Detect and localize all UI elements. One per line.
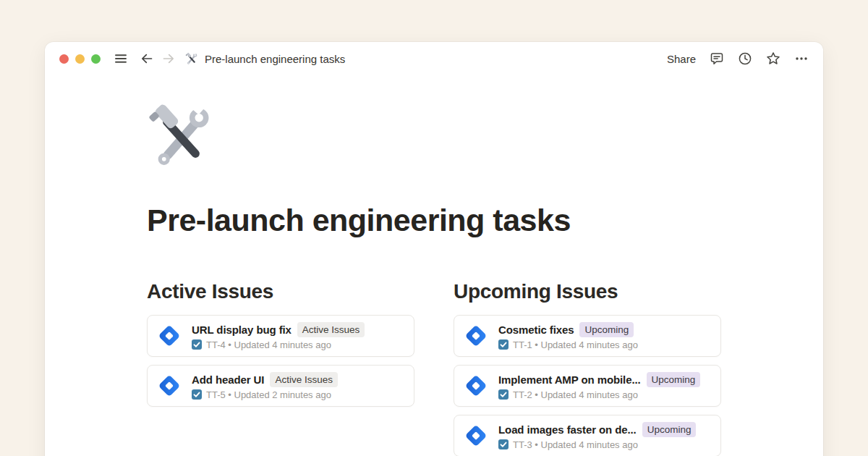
issue-card-body: Cosmetic fixes Upcoming TT-1 • Updated 4… <box>498 322 638 350</box>
status-badge: Active Issues <box>270 372 338 387</box>
star-icon <box>766 51 780 66</box>
status-badge: Upcoming <box>647 372 701 387</box>
issue-card-body: Implement AMP on mobile... Upcoming TT-2… <box>498 372 700 400</box>
comments-button[interactable] <box>710 51 724 66</box>
ellipsis-icon <box>794 51 809 66</box>
close-window-button[interactable] <box>59 54 69 64</box>
page-content: Pre-launch engineering tasks Active Issu… <box>45 101 823 456</box>
breadcrumb-page-icon <box>185 52 198 65</box>
status-badge: Upcoming <box>642 422 697 437</box>
issue-meta-row: TT-2 • Updated 4 minutes ago <box>498 389 700 400</box>
column-heading[interactable]: Active Issues <box>147 279 414 304</box>
zoom-window-button[interactable] <box>91 54 101 64</box>
issue-card-body: URL display bug fix Active Issues TT-4 •… <box>192 322 365 350</box>
issue-meta: TT-4 • Updated 4 minutes ago <box>206 339 331 350</box>
column-upcoming-issues: Upcoming Issues Cosmetic fixes Upcoming … <box>454 279 721 456</box>
back-button[interactable] <box>140 51 154 66</box>
checkbox-icon <box>498 439 509 449</box>
issue-title-row: Cosmetic fixes Upcoming <box>498 322 638 337</box>
share-button[interactable]: Share <box>667 53 696 65</box>
issue-title: Implement AMP on mobile... <box>498 373 641 386</box>
issue-card-body: Add header UI Active Issues TT-5 • Updat… <box>192 372 338 400</box>
issue-title: Cosmetic fixes <box>498 324 574 336</box>
issue-title-row: Add header UI Active Issues <box>192 372 338 387</box>
issue-meta: TT-1 • Updated 4 minutes ago <box>513 339 638 350</box>
issue-meta: TT-3 • Updated 4 minutes ago <box>513 439 638 450</box>
jira-icon <box>463 373 489 399</box>
status-badge: Upcoming <box>579 322 634 337</box>
checkbox-icon <box>192 389 202 400</box>
clock-icon <box>738 51 752 66</box>
issue-card[interactable]: Cosmetic fixes Upcoming TT-1 • Updated 4… <box>454 315 721 357</box>
issue-card[interactable]: Load images faster on de... Upcoming TT-… <box>454 415 721 456</box>
checkbox-icon <box>498 389 509 400</box>
page-title[interactable]: Pre-launch engineering tasks <box>147 202 823 238</box>
jira-icon <box>463 323 489 349</box>
sidebar-menu-button[interactable] <box>114 51 128 66</box>
app-window: Pre-launch engineering tasks Share <box>45 42 823 456</box>
issue-meta-row: TT-4 • Updated 4 minutes ago <box>192 339 365 350</box>
jira-icon <box>156 323 182 349</box>
minimize-window-button[interactable] <box>75 54 85 64</box>
titlebar-actions: Share <box>667 51 809 66</box>
column-heading[interactable]: Upcoming Issues <box>454 279 721 304</box>
issue-title: Load images faster on de... <box>498 423 637 436</box>
issue-title: URL display bug fix <box>192 324 292 336</box>
issue-card[interactable]: Implement AMP on mobile... Upcoming TT-2… <box>454 365 721 407</box>
issue-title-row: URL display bug fix Active Issues <box>192 322 365 337</box>
title-bar: Pre-launch engineering tasks Share <box>45 42 823 75</box>
board-columns: Active Issues URL display bug fix Active… <box>147 279 823 456</box>
issue-card[interactable]: URL display bug fix Active Issues TT-4 •… <box>147 315 414 357</box>
hammer-and-wrench-icon[interactable] <box>147 101 216 170</box>
comment-bubble-icon <box>710 51 724 66</box>
more-options-button[interactable] <box>794 51 809 66</box>
issue-title: Add header UI <box>192 373 264 386</box>
issue-card[interactable]: Add header UI Active Issues TT-5 • Updat… <box>147 365 414 407</box>
jira-icon <box>463 423 489 449</box>
issue-meta: TT-2 • Updated 4 minutes ago <box>513 389 638 400</box>
checkbox-icon <box>192 339 202 350</box>
forward-button[interactable] <box>161 51 176 66</box>
hamburger-icon <box>114 51 128 66</box>
back-arrow-icon <box>140 51 154 66</box>
updates-button[interactable] <box>738 51 752 66</box>
issue-card-body: Load images faster on de... Upcoming TT-… <box>498 422 696 450</box>
column-active-issues: Active Issues URL display bug fix Active… <box>147 279 414 456</box>
issue-title-row: Load images faster on de... Upcoming <box>498 422 696 437</box>
window-controls <box>59 54 101 64</box>
forward-arrow-icon <box>161 51 176 66</box>
checkbox-icon <box>498 339 509 350</box>
breadcrumb-page-title[interactable]: Pre-launch engineering tasks <box>205 53 345 65</box>
issue-meta-row: TT-3 • Updated 4 minutes ago <box>498 439 696 450</box>
jira-icon <box>156 373 182 399</box>
issue-meta: TT-5 • Updated 2 minutes ago <box>206 389 331 400</box>
favorite-button[interactable] <box>766 51 780 66</box>
status-badge: Active Issues <box>297 322 365 337</box>
issue-title-row: Implement AMP on mobile... Upcoming <box>498 372 700 387</box>
issue-meta-row: TT-5 • Updated 2 minutes ago <box>192 389 338 400</box>
issue-meta-row: TT-1 • Updated 4 minutes ago <box>498 339 638 350</box>
